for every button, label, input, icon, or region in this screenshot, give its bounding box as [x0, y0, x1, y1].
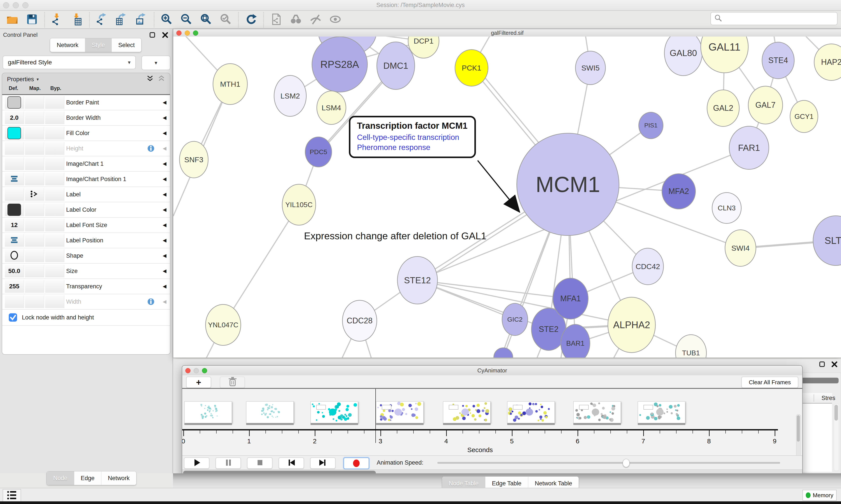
tab-select[interactable]: Select	[112, 38, 141, 52]
def-cell[interactable]: 255	[5, 280, 24, 293]
float-panel-icon[interactable]	[149, 32, 156, 39]
style-selector[interactable]: galFiltered Style ▾	[3, 56, 136, 69]
ellipse-shape-icon[interactable]	[10, 250, 19, 261]
properties-header-label[interactable]: Properties	[7, 76, 34, 83]
expand-row-icon[interactable]: ◀	[163, 248, 166, 263]
expand-row-icon[interactable]: ◀	[163, 233, 166, 248]
network-node-cdc28[interactable]: CDC28	[342, 300, 377, 342]
timeline-frame-7[interactable]	[638, 401, 685, 423]
expand-row-icon[interactable]: ◀	[163, 294, 166, 309]
expand-row-icon[interactable]: ◀	[163, 264, 166, 278]
def-cell[interactable]: 50.0	[5, 265, 24, 277]
def-cell[interactable]	[5, 203, 24, 216]
byp-cell[interactable]	[45, 280, 65, 293]
network-node-gal2[interactable]: GAL2	[707, 90, 739, 127]
tab-network[interactable]: Network	[50, 38, 85, 52]
tab-style[interactable]: Style	[85, 38, 112, 52]
default-swatch[interactable]	[7, 96, 21, 109]
network-node-snf3[interactable]: SNF3	[179, 141, 209, 178]
def-cell[interactable]	[5, 142, 24, 155]
expand-row-icon[interactable]: ◀	[163, 279, 166, 294]
network-node-pis1[interactable]: PIS1	[639, 112, 663, 139]
position-icon[interactable]	[10, 236, 18, 245]
tab-network[interactable]: Network	[102, 471, 136, 485]
discrete-mapping-icon[interactable]	[30, 190, 39, 199]
network-node-gcy1[interactable]: GCY1	[790, 100, 818, 133]
map-cell[interactable]	[25, 234, 44, 247]
network-canvas[interactable]: RPS28BRPS28ADMC1DCP1PCK1MTH1LSM2LSM4SNF3…	[173, 37, 841, 358]
add-frame-button[interactable]: +	[186, 377, 211, 388]
record-button[interactable]	[343, 457, 369, 469]
collapse-all-icon[interactable]	[158, 75, 165, 84]
network-node-dmc1[interactable]: DMC1	[376, 41, 415, 90]
property-row-fill-color[interactable]: Fill Color◀	[2, 126, 170, 141]
network-node-gal7[interactable]: GAL7	[748, 86, 783, 124]
refresh-button[interactable]	[245, 13, 257, 26]
byp-cell[interactable]	[45, 142, 65, 155]
info-icon[interactable]	[147, 145, 155, 153]
annotation-link[interactable]: Cell-type-specific transcription	[357, 133, 468, 142]
network-node-alpha2[interactable]: ALPHA2	[608, 297, 656, 353]
network-node-ste12[interactable]: STE12	[397, 256, 438, 304]
playhead[interactable]	[375, 389, 376, 443]
annotation-box[interactable]: Transcription factor MCM1Cell-type-speci…	[349, 116, 476, 158]
byp-cell[interactable]	[45, 234, 65, 247]
find-button[interactable]	[289, 13, 302, 26]
property-row-shape[interactable]: Shape◀	[2, 248, 170, 264]
def-cell[interactable]	[5, 96, 24, 109]
def-cell[interactable]: 2.0	[5, 111, 24, 124]
byp-cell[interactable]	[45, 158, 65, 170]
skip-start-button[interactable]	[279, 457, 304, 469]
byp-cell[interactable]	[45, 127, 65, 140]
export-network-button[interactable]	[95, 13, 109, 26]
export-image-button[interactable]	[135, 13, 148, 26]
expand-row-icon[interactable]: ◀	[163, 218, 166, 233]
map-cell[interactable]	[25, 142, 44, 155]
map-cell[interactable]	[25, 188, 44, 201]
property-row-size[interactable]: 50.0Size◀	[2, 264, 170, 279]
default-value[interactable]: 50.0	[8, 268, 20, 274]
network-node-lsm4[interactable]: LSM4	[317, 91, 346, 125]
byp-cell[interactable]	[45, 249, 65, 262]
default-value[interactable]: 255	[9, 283, 19, 290]
timeline-frame-4[interactable]	[443, 401, 490, 423]
close-panel-icon[interactable]	[162, 32, 168, 39]
map-cell[interactable]	[25, 158, 44, 170]
zoom-in-button[interactable]	[160, 13, 173, 26]
play-button[interactable]	[184, 457, 209, 469]
network-node-mcm1[interactable]: MCM1	[516, 133, 619, 236]
memory-button[interactable]: Memory	[803, 490, 837, 501]
map-cell[interactable]	[25, 96, 44, 109]
byp-cell[interactable]	[45, 173, 65, 185]
expand-row-icon[interactable]: ◀	[163, 95, 166, 110]
property-row-border-paint[interactable]: Border Paint◀	[2, 95, 170, 110]
expand-all-icon[interactable]	[146, 75, 154, 84]
property-row-label-font-size[interactable]: 12Label Font Size◀	[2, 218, 170, 233]
speed-slider[interactable]	[437, 462, 780, 464]
expand-row-icon[interactable]: ◀	[163, 141, 166, 156]
info-icon[interactable]	[147, 298, 155, 306]
timeline-frame-2[interactable]	[310, 401, 358, 423]
timeline[interactable]: 0123456789Seconds	[182, 389, 802, 455]
network-node-rps28a[interactable]: RPS28A	[312, 37, 368, 92]
network-node-pck1[interactable]: PCK1	[455, 49, 488, 87]
default-swatch[interactable]	[7, 127, 21, 139]
network-node-swi5[interactable]: SWI5	[575, 51, 606, 85]
cyanimator-titlebar[interactable]: CyAnimator	[182, 366, 802, 376]
stop-button[interactable]	[247, 457, 272, 469]
map-cell[interactable]	[25, 265, 44, 277]
float-panel-icon[interactable]	[819, 361, 826, 369]
network-node-cdc42[interactable]: CDC42	[632, 248, 664, 285]
network-node-yil105c[interactable]: YIL105C	[282, 184, 316, 226]
property-row-border-width[interactable]: 2.0Border Width◀	[2, 110, 170, 126]
property-row-label-position[interactable]: Label Position◀	[2, 233, 170, 248]
pause-button[interactable]	[215, 457, 241, 469]
export-table-button[interactable]	[115, 13, 128, 26]
expand-row-icon[interactable]: ◀	[163, 126, 166, 141]
property-row-height[interactable]: Height◀	[2, 141, 170, 156]
position-icon[interactable]	[10, 175, 18, 183]
task-history-button[interactable]	[3, 489, 21, 502]
style-options-button[interactable]: ▾	[142, 56, 171, 70]
save-button[interactable]	[25, 13, 38, 26]
hide-detail-button[interactable]	[309, 13, 322, 26]
